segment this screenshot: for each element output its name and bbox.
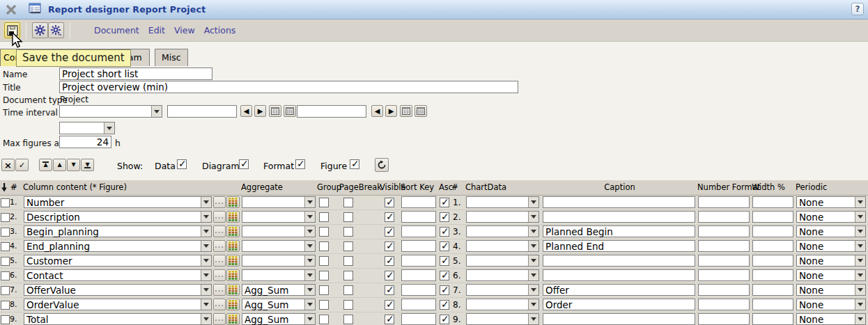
group-checkbox[interactable] [319, 212, 329, 222]
periodic-select[interactable]: None [796, 240, 866, 252]
format-grid-button[interactable] [226, 299, 240, 310]
widthpct-input[interactable] [752, 211, 793, 223]
widthpct-input[interactable] [752, 255, 793, 267]
aggregate-select[interactable]: Agg_Sum [242, 313, 316, 325]
pagebreak-checkbox[interactable] [343, 256, 353, 266]
interval-from-input[interactable] [167, 105, 237, 118]
widthpct-input[interactable] [752, 313, 793, 325]
details-button[interactable]: ... [213, 225, 226, 237]
select-all-button[interactable]: ✓ [15, 159, 29, 171]
interval-to-input[interactable] [297, 105, 366, 118]
visible-checkbox[interactable] [385, 198, 394, 207]
numberformat-input[interactable] [698, 299, 750, 310]
chartdata-select[interactable] [466, 284, 539, 296]
numberformat-input[interactable] [698, 284, 750, 296]
widthpct-input[interactable] [752, 225, 793, 237]
row-select-checkbox[interactable] [1, 315, 10, 324]
column-content-select[interactable]: Number [24, 196, 212, 208]
pagebreak-checkbox[interactable] [343, 198, 353, 207]
visible-checkbox[interactable] [385, 241, 394, 251]
details-button[interactable]: ... [213, 196, 226, 208]
caption-input[interactable]: Offer [543, 284, 695, 296]
group-checkbox[interactable] [319, 198, 329, 207]
details-button[interactable]: ... [213, 269, 226, 281]
move-down-button[interactable]: ▼ [67, 159, 80, 171]
chartdata-select[interactable] [466, 225, 539, 237]
group-checkbox[interactable] [319, 256, 329, 266]
asc-checkbox[interactable] [440, 212, 449, 222]
asc-checkbox[interactable] [440, 315, 449, 324]
asc-checkbox[interactable] [440, 241, 449, 251]
run-report-options-button[interactable] [48, 22, 64, 38]
column-content-select[interactable]: OrderValue [24, 299, 212, 310]
sortkey-input[interactable] [401, 269, 436, 281]
asc-checkbox[interactable] [440, 227, 449, 237]
format-grid-button[interactable] [226, 240, 240, 252]
move-up-button[interactable]: ▲ [53, 159, 66, 171]
numberformat-input[interactable] [698, 211, 750, 223]
group-checkbox[interactable] [319, 271, 329, 280]
periodic-select[interactable]: None [796, 225, 866, 237]
max-figures-age-input[interactable]: 24 [59, 136, 111, 148]
chartdata-select[interactable] [466, 255, 539, 267]
column-content-select[interactable]: End_planning [24, 240, 212, 252]
periodic-select[interactable]: None [796, 255, 866, 267]
row-select-checkbox[interactable] [1, 301, 10, 310]
column-content-select[interactable]: Description [24, 211, 212, 223]
format-grid-button[interactable] [226, 255, 240, 267]
group-checkbox[interactable] [319, 300, 329, 310]
caption-input[interactable] [543, 269, 695, 281]
caption-input[interactable] [543, 211, 695, 223]
interval-from-calendar2-button[interactable] [284, 105, 296, 117]
visible-checkbox[interactable] [385, 227, 394, 237]
row-select-checkbox[interactable] [1, 198, 10, 207]
details-button[interactable]: ... [213, 211, 226, 223]
caption-input[interactable] [543, 255, 695, 267]
menu-document[interactable]: Document [94, 25, 139, 35]
visible-checkbox[interactable] [385, 271, 394, 280]
pagebreak-checkbox[interactable] [343, 212, 353, 222]
asc-checkbox[interactable] [440, 285, 449, 295]
widthpct-input[interactable] [752, 240, 793, 252]
numberformat-input[interactable] [698, 313, 750, 325]
group-checkbox[interactable] [319, 285, 329, 295]
asc-checkbox[interactable] [440, 300, 449, 310]
row-select-checkbox[interactable] [1, 213, 10, 222]
pagebreak-checkbox[interactable] [343, 300, 353, 310]
asc-checkbox[interactable] [440, 198, 449, 207]
show-diagram-checkbox[interactable] [239, 159, 249, 169]
pagebreak-checkbox[interactable] [343, 271, 353, 280]
aggregate-select[interactable] [242, 255, 316, 267]
format-grid-button[interactable] [226, 196, 240, 208]
deselect-all-button[interactable]: × [1, 159, 15, 171]
pagebreak-checkbox[interactable] [343, 315, 353, 324]
sortkey-input[interactable] [401, 299, 436, 310]
name-input[interactable]: Project short list [59, 68, 212, 80]
column-content-select[interactable]: Total [24, 313, 212, 325]
menu-actions[interactable]: Actions [204, 25, 236, 35]
interval-to-calendar-button[interactable] [400, 105, 412, 117]
menu-edit[interactable]: Edit [148, 25, 165, 35]
pagebreak-checkbox[interactable] [343, 227, 353, 237]
aggregate-select[interactable]: Agg_Sum [242, 299, 316, 310]
time-interval-select[interactable] [59, 105, 162, 118]
format-grid-button[interactable] [226, 269, 240, 281]
visible-checkbox[interactable] [385, 285, 394, 295]
details-button[interactable]: ... [213, 240, 226, 252]
caption-input[interactable]: Planned End [543, 240, 695, 252]
aggregate-select[interactable] [242, 211, 316, 223]
group-checkbox[interactable] [319, 241, 329, 251]
help-button[interactable]: ? [851, 3, 864, 15]
widthpct-input[interactable] [752, 196, 793, 208]
format-grid-button[interactable] [226, 225, 240, 237]
caption-input[interactable] [543, 196, 695, 208]
visible-checkbox[interactable] [385, 256, 394, 266]
chartdata-select[interactable] [466, 196, 539, 208]
aggregate-select[interactable] [242, 240, 316, 252]
numberformat-input[interactable] [698, 240, 750, 252]
run-report-button[interactable] [32, 22, 48, 38]
asc-checkbox[interactable] [440, 256, 449, 266]
sortkey-input[interactable] [401, 284, 436, 296]
show-figure-checkbox[interactable] [350, 159, 359, 169]
format-grid-button[interactable] [226, 284, 240, 296]
